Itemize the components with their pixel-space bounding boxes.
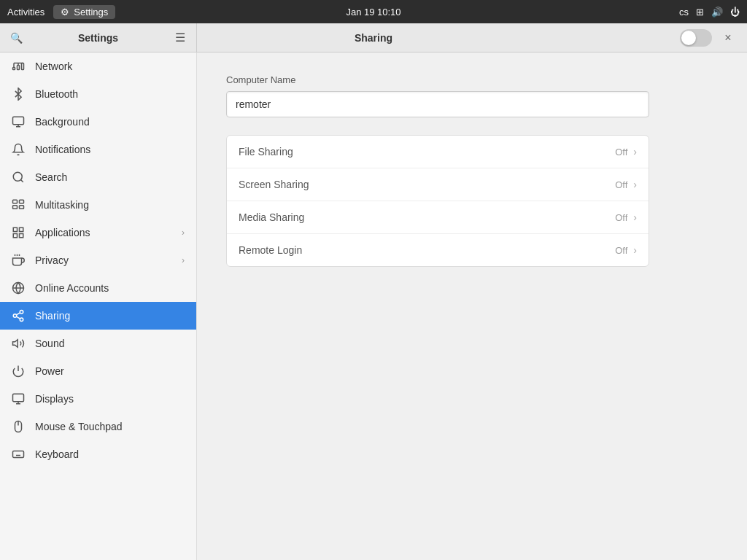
svg-rect-15 [13,228,17,231]
multitasking-icon [12,198,25,211]
sidebar-item-multitasking[interactable]: Multitasking [0,191,196,219]
close-button[interactable]: × [721,31,735,45]
sidebar-item-applications[interactable]: Applications› [0,219,196,246]
sharing-list: File SharingOff›Screen SharingOff›Media … [226,135,649,267]
sidebar-label-sound: Sound [35,338,185,349]
sidebar-label-network: Network [35,61,185,72]
sharing-item-media-sharing[interactable]: Media SharingOff› [227,201,649,234]
sidebar-item-bluetooth[interactable]: Bluetooth [0,80,196,108]
sidebar-item-mouse-touchpad[interactable]: Mouse & Touchpad [0,413,196,440]
svg-rect-11 [13,200,18,203]
sidebar-search-button[interactable]: 🔍 [6,28,26,48]
sidebar-label-sharing: Sharing [35,310,185,322]
content-title: Sharing [355,32,392,44]
sidebar-item-notifications[interactable]: Notifications [0,136,196,163]
svg-rect-16 [20,228,23,231]
main-content: Computer Name File SharingOff›Screen Sha… [197,52,747,560]
sidebar-item-keyboard[interactable]: Keyboard [0,440,196,468]
sound-icon [12,337,25,350]
keyboard-icon [12,448,25,461]
volume-icon[interactable]: 🔊 [711,7,723,18]
svg-rect-1 [18,66,20,70]
topbar-datetime: Jan 19 10:10 [346,7,400,18]
sidebar-item-sharing[interactable]: Sharing [0,302,196,330]
svg-point-25 [13,314,17,318]
topbar-settings-label: Settings [74,7,108,18]
sidebar-item-sound[interactable]: Sound [0,330,196,357]
sidebar-menu-button[interactable]: ☰ [170,28,190,48]
sharing-icon [12,309,25,322]
svg-line-10 [20,179,23,182]
bluetooth-icon [12,88,25,101]
svg-line-28 [16,313,20,315]
sidebar-label-bluetooth: Bluetooth [35,88,185,100]
svg-rect-17 [20,234,23,238]
sharing-item-file-sharing[interactable]: File SharingOff› [227,136,649,168]
sharing-item-label-media-sharing: Media Sharing [239,211,615,223]
computer-name-label: Computer Name [226,74,718,85]
sidebar-label-search: Search [35,171,185,183]
search-icon: 🔍 [10,32,23,44]
computer-name-input[interactable] [226,91,649,117]
settings-window: 🔍 Settings ☰ Sharing × NetworkBluetoothB… [0,23,747,560]
sidebar-item-network[interactable]: Network [0,52,196,80]
window-header: 🔍 Settings ☰ Sharing × [0,23,747,52]
background-icon [12,115,25,128]
svg-point-24 [20,311,23,314]
sharing-item-status-file-sharing: Off [615,147,627,158]
topbar-settings-button[interactable]: ⚙ Settings [53,5,115,19]
sidebar-label-keyboard: Keyboard [35,448,185,460]
gear-icon: ⚙ [61,7,69,18]
content-header: Sharing × [197,23,747,52]
sharing-item-remote-login[interactable]: Remote LoginOff› [227,234,649,266]
sidebar-item-power[interactable]: Power [0,357,196,385]
sharing-item-label-file-sharing: File Sharing [239,146,615,158]
svg-rect-12 [20,200,24,203]
sidebar-item-background[interactable]: Background [0,108,196,136]
privacy-icon [12,254,25,267]
chevron-right-icon: › [633,244,637,256]
sidebar-header: 🔍 Settings ☰ [0,23,197,52]
sharing-item-status-screen-sharing: Off [615,179,627,190]
sidebar-label-online-accounts: Online Accounts [35,282,185,294]
chevron-right-icon: › [633,146,637,158]
svg-rect-2 [22,63,24,70]
sidebar-label-mouse-touchpad: Mouse & Touchpad [35,421,185,432]
sidebar-item-online-accounts[interactable]: Online Accounts [0,274,196,302]
sidebar-label-displays: Displays [35,393,185,405]
network-status-icon: ⊞ [696,7,704,18]
sharing-toggle[interactable] [680,29,712,47]
sharing-item-label-remote-login: Remote Login [239,244,615,256]
mouse-icon [12,420,25,433]
topbar: Activities ⚙ Settings Jan 19 10:10 cs ⊞ … [0,0,747,23]
sharing-item-screen-sharing[interactable]: Screen SharingOff› [227,168,649,201]
svg-marker-29 [13,340,18,348]
svg-rect-36 [13,451,24,458]
menu-icon: ☰ [175,31,185,44]
svg-rect-13 [13,206,18,209]
sidebar-item-displays[interactable]: Displays [0,385,196,413]
sidebar-item-search[interactable]: Search [0,163,196,191]
sidebar-label-multitasking: Multitasking [35,199,185,211]
svg-rect-6 [13,117,24,125]
power-icon [12,365,25,378]
online-accounts-icon [12,281,25,295]
sharing-item-status-media-sharing: Off [615,212,627,223]
displays-icon [12,392,25,405]
power-icon[interactable]: ⏻ [730,7,740,18]
chevron-right-icon: › [182,255,185,265]
svg-rect-14 [20,206,24,209]
sidebar-label-background: Background [35,116,185,128]
search-icon [12,171,25,184]
topbar-right: cs ⊞ 🔊 ⏻ [679,7,740,18]
notifications-icon [12,143,25,156]
applications-icon [12,226,25,239]
network-icon [12,60,25,73]
activities-button[interactable]: Activities [7,7,44,18]
svg-point-26 [20,318,23,322]
svg-rect-31 [13,394,24,402]
sidebar-label-applications: Applications [35,227,171,238]
sidebar-item-privacy[interactable]: Privacy› [0,246,196,274]
svg-point-9 [13,172,22,181]
sharing-item-label-screen-sharing: Screen Sharing [239,179,615,190]
